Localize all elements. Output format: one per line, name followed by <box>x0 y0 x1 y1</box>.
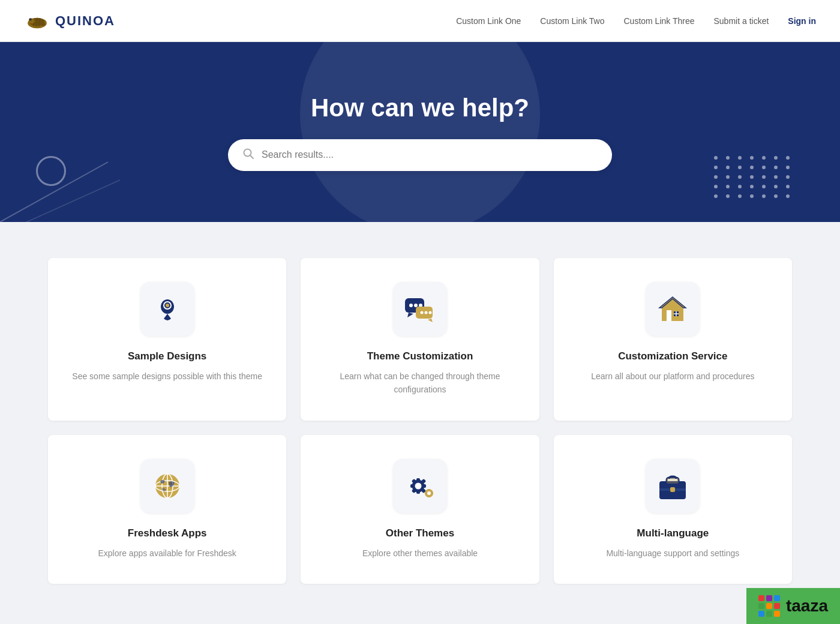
card-title-multi-language: Multi-language <box>637 527 709 539</box>
svg-rect-47 <box>428 489 430 491</box>
card-other-themes[interactable]: Other Themes Explore other themes availa… <box>301 435 539 584</box>
svg-point-36 <box>416 484 421 488</box>
logo-text: QUINOA <box>55 13 115 29</box>
cards-section: Sample Designs See some sample designs p… <box>0 222 840 620</box>
card-icon-freshdesk-apps <box>140 459 194 513</box>
svg-line-8 <box>0 162 108 222</box>
card-theme-customization[interactable]: Theme Customization Learn what can be ch… <box>301 258 539 421</box>
search-icon <box>242 148 254 163</box>
card-title-customization-service: Customization Service <box>618 350 727 362</box>
card-customization-service[interactable]: Customization Service Learn all about ou… <box>554 258 792 421</box>
card-icon-theme-customization <box>393 282 447 336</box>
nav-sign-in[interactable]: Sign in <box>788 16 816 26</box>
svg-rect-48 <box>428 495 430 497</box>
card-icon-sample-designs <box>140 282 194 336</box>
card-freshdesk-apps[interactable]: Freshdesk Apps Explore apps available fo… <box>48 435 286 584</box>
card-desc-multi-language: Multi-language support and settings <box>606 547 739 560</box>
svg-line-9 <box>0 180 120 222</box>
card-title-sample-designs: Sample Designs <box>128 350 206 362</box>
nav-link-three[interactable]: Custom Link Three <box>623 16 694 26</box>
card-icon-customization-service <box>646 282 700 336</box>
svg-rect-37 <box>416 478 420 482</box>
svg-rect-40 <box>422 484 426 488</box>
card-multi-language[interactable]: Multi-language Multi-language support an… <box>554 435 792 584</box>
svg-rect-49 <box>425 492 427 494</box>
svg-point-21 <box>420 311 423 314</box>
nav-link-two[interactable]: Custom Link Two <box>540 16 604 26</box>
hero-title: How can we help? <box>311 94 529 122</box>
card-desc-sample-designs: See some sample designs possible with th… <box>72 370 262 383</box>
svg-rect-39 <box>410 484 415 488</box>
svg-point-4 <box>41 22 45 25</box>
card-desc-freshdesk-apps: Explore apps available for Freshdesk <box>98 547 236 560</box>
main-nav: Custom Link One Custom Link Two Custom L… <box>456 16 816 26</box>
svg-point-3 <box>29 18 31 20</box>
svg-rect-55 <box>670 487 675 492</box>
svg-rect-25 <box>667 310 671 321</box>
hero-decoration-lines <box>0 126 132 222</box>
svg-rect-50 <box>431 492 433 494</box>
search-input[interactable] <box>262 149 598 160</box>
taaza-label: taaza <box>786 596 828 616</box>
search-bar <box>228 139 612 171</box>
card-title-other-themes: Other Themes <box>386 527 454 539</box>
nav-link-one[interactable]: Custom Link One <box>456 16 521 26</box>
card-desc-other-themes: Explore other themes available <box>362 547 478 560</box>
card-desc-customization-service: Learn all about our platform and procedu… <box>591 370 754 383</box>
logo-icon <box>24 11 50 31</box>
svg-line-11 <box>250 155 253 158</box>
svg-point-46 <box>427 491 430 494</box>
card-desc-theme-customization: Learn what can be changed through theme … <box>319 370 521 397</box>
svg-point-17 <box>409 304 413 307</box>
taaza-watermark: taaza <box>746 588 840 620</box>
card-title-freshdesk-apps: Freshdesk Apps <box>128 527 207 539</box>
card-title-theme-customization: Theme Customization <box>367 350 473 362</box>
hero-section: How can we help? <box>0 42 840 222</box>
hero-decoration-circle-large <box>300 42 540 222</box>
svg-point-23 <box>428 311 431 314</box>
svg-point-15 <box>166 304 169 307</box>
hero-decoration-dots <box>714 156 792 198</box>
card-sample-designs[interactable]: Sample Designs See some sample designs p… <box>48 258 286 421</box>
svg-rect-38 <box>416 490 420 494</box>
svg-point-22 <box>424 311 427 314</box>
cards-grid: Sample Designs See some sample designs p… <box>48 258 792 584</box>
svg-marker-24 <box>659 297 686 321</box>
card-icon-other-themes <box>393 459 447 513</box>
header: QUINOA Custom Link One Custom Link Two C… <box>0 0 840 42</box>
svg-point-18 <box>414 304 418 307</box>
taaza-grid-icon <box>758 595 780 617</box>
logo[interactable]: QUINOA <box>24 11 115 31</box>
nav-submit-ticket[interactable]: Submit a ticket <box>714 16 769 26</box>
card-icon-multi-language <box>646 459 700 513</box>
